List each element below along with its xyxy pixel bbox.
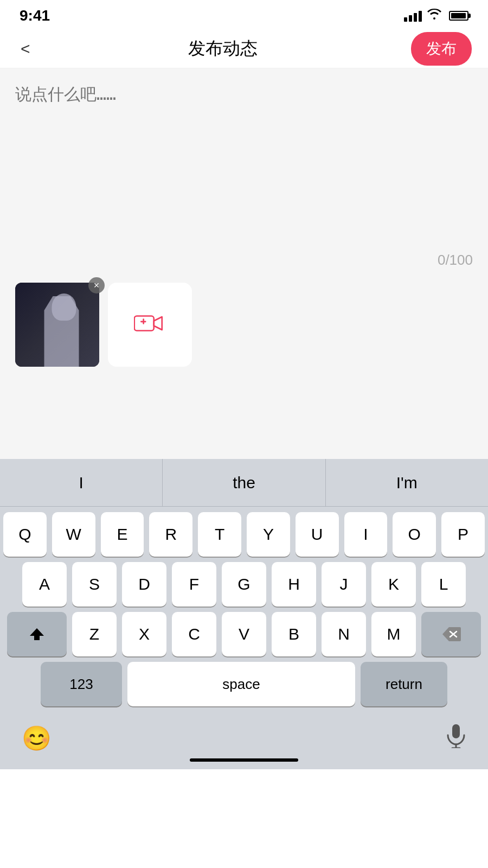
key-row-2: A S D F G H J K L [3, 562, 485, 607]
home-indicator [190, 758, 298, 762]
key-g[interactable]: G [222, 562, 266, 607]
key-u[interactable]: U [296, 512, 339, 557]
key-a[interactable]: A [22, 562, 67, 607]
key-l[interactable]: L [421, 562, 466, 607]
key-row-1: Q W E R T Y U I O P [3, 512, 485, 557]
publish-button[interactable]: 发布 [411, 32, 472, 66]
key-c[interactable]: C [172, 612, 216, 656]
status-bar: 9:41 [0, 0, 488, 29]
thumbnail-image [15, 283, 99, 367]
keyboard-suggestions: I the I'm [0, 459, 488, 507]
nav-bar: < 发布动态 发布 [0, 29, 488, 68]
emoji-button[interactable]: 😊 [22, 724, 52, 752]
key-o[interactable]: O [393, 512, 436, 557]
key-e[interactable]: E [101, 512, 144, 557]
key-row-3: Z X C V B N M [3, 612, 485, 656]
page-title: 发布动态 [188, 37, 258, 61]
status-time: 9:41 [20, 7, 50, 24]
delete-key[interactable] [421, 612, 481, 656]
key-v[interactable]: V [222, 612, 266, 656]
key-p[interactable]: P [441, 512, 485, 557]
key-k[interactable]: K [371, 562, 416, 607]
person-head [52, 293, 76, 321]
key-h[interactable]: H [272, 562, 316, 607]
key-q[interactable]: Q [3, 512, 47, 557]
key-m[interactable]: M [371, 612, 416, 656]
signal-icon [404, 10, 422, 22]
return-key[interactable]: return [361, 662, 447, 706]
svg-rect-2 [143, 318, 144, 324]
key-row-4: 123 space return [3, 662, 485, 706]
key-f[interactable]: F [172, 562, 216, 607]
key-r[interactable]: R [149, 512, 192, 557]
video-camera-icon [134, 309, 166, 341]
mic-button[interactable] [446, 724, 466, 753]
num-key[interactable]: 123 [41, 662, 122, 706]
media-thumbnail: × [15, 283, 99, 367]
char-count: 0/100 [15, 246, 473, 274]
add-video-button[interactable] [108, 283, 192, 367]
status-icons [404, 9, 468, 23]
remove-media-button[interactable]: × [88, 277, 105, 293]
bottom-container: 😊 [0, 715, 488, 769]
suggest-item-2[interactable]: the [163, 459, 325, 506]
back-button[interactable]: < [16, 35, 35, 62]
key-y[interactable]: Y [247, 512, 290, 557]
keyboard: Q W E R T Y U I O P A S D F G H J K L Z … [0, 507, 488, 715]
space-key[interactable]: space [127, 662, 355, 706]
wifi-icon [427, 9, 441, 23]
content-area: 0/100 × [0, 68, 488, 459]
key-d[interactable]: D [122, 562, 166, 607]
media-row: × [15, 274, 473, 375]
shift-key[interactable] [7, 612, 67, 656]
key-i[interactable]: I [344, 512, 388, 557]
battery-icon [449, 11, 468, 21]
key-j[interactable]: J [322, 562, 366, 607]
key-w[interactable]: W [52, 512, 95, 557]
key-n[interactable]: N [322, 612, 366, 656]
key-t[interactable]: T [198, 512, 241, 557]
key-x[interactable]: X [122, 612, 166, 656]
key-s[interactable]: S [72, 562, 117, 607]
key-z[interactable]: Z [72, 612, 117, 656]
svg-rect-5 [452, 724, 460, 738]
post-text-input[interactable] [15, 81, 473, 244]
suggest-item-1[interactable]: I [0, 459, 163, 506]
suggest-item-3[interactable]: I'm [326, 459, 488, 506]
key-b[interactable]: B [272, 612, 316, 656]
